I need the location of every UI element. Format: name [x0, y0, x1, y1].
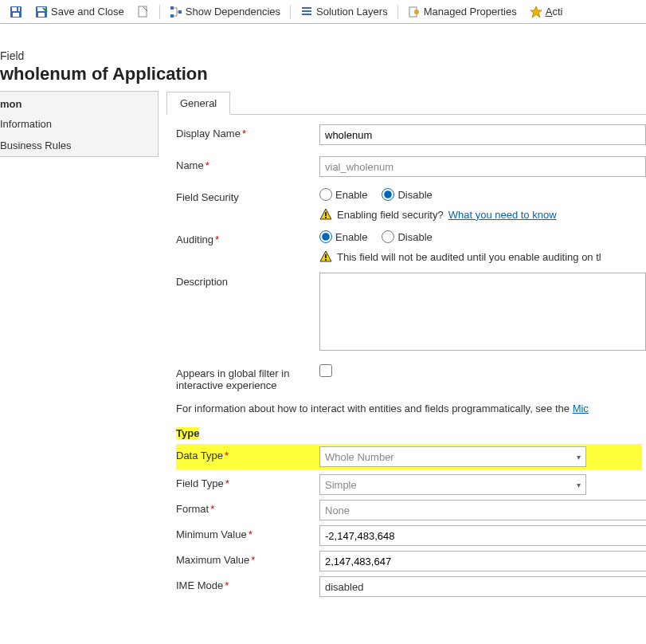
- field-security-help-link[interactable]: What you need to know: [448, 209, 557, 221]
- format-label: Format*: [176, 500, 319, 515]
- svg-rect-22: [325, 259, 327, 261]
- sidebar-item-information[interactable]: Information: [0, 113, 158, 135]
- svg-rect-19: [325, 217, 327, 218]
- svg-rect-11: [178, 10, 182, 14]
- sdk-info-text: For information about how to interact wi…: [176, 402, 646, 414]
- ime-mode-label: IME Mode*: [176, 576, 319, 591]
- layers-icon: [300, 6, 313, 18]
- svg-rect-18: [325, 212, 327, 216]
- svg-rect-12: [302, 7, 311, 9]
- toolbar: Save and Close Show Dependencies Solutio…: [0, 0, 646, 24]
- save-button-icon-only[interactable]: [5, 4, 27, 20]
- solution-layers-label: Solution Layers: [316, 6, 388, 18]
- ime-mode-select[interactable]: disabled: [319, 576, 646, 597]
- svg-rect-10: [170, 14, 174, 18]
- managed-properties-label: Managed Properties: [424, 6, 517, 18]
- properties-icon: [408, 6, 421, 18]
- toolbar-separator: [397, 5, 398, 19]
- page-icon: [137, 6, 150, 18]
- data-type-label: Data Type*: [176, 446, 319, 461]
- max-value-input[interactable]: [319, 551, 646, 571]
- name-label: Name*: [176, 156, 319, 171]
- auditing-label: Auditing*: [176, 230, 319, 245]
- save-close-icon: [35, 6, 48, 18]
- global-filter-checkbox[interactable]: [319, 364, 332, 377]
- svg-rect-13: [302, 10, 311, 12]
- svg-rect-21: [325, 254, 327, 258]
- description-input[interactable]: [319, 273, 646, 351]
- field-security-enable[interactable]: Enable: [319, 188, 367, 201]
- svg-rect-14: [302, 14, 311, 15]
- svg-marker-16: [531, 6, 542, 18]
- show-dependencies-label: Show Dependencies: [186, 6, 280, 18]
- sdk-info-link[interactable]: Mic: [573, 402, 589, 414]
- svg-rect-2: [13, 13, 19, 17]
- format-select[interactable]: None: [319, 500, 646, 520]
- field-security-warning: Enabling field security? What you need t…: [319, 208, 646, 221]
- actions-label: Acti: [546, 6, 563, 18]
- chevron-down-icon: ▾: [577, 481, 581, 489]
- min-value-input[interactable]: [319, 525, 646, 546]
- chevron-down-icon: ▾: [577, 453, 581, 461]
- save-and-close-button[interactable]: Save and Close: [30, 4, 129, 20]
- data-type-select[interactable]: Whole Number ▾: [319, 446, 586, 467]
- global-filter-label: Appears in global filter in interactive …: [176, 364, 319, 391]
- managed-properties-button[interactable]: Managed Properties: [403, 4, 522, 20]
- dependencies-icon: [170, 6, 182, 18]
- side-nav: mon Information Business Rules: [0, 91, 159, 157]
- min-value-label: Minimum Value*: [176, 525, 319, 540]
- svg-rect-6: [38, 13, 45, 17]
- auditing-disable[interactable]: Disable: [382, 230, 432, 243]
- tab-strip: General: [166, 91, 646, 115]
- svg-rect-9: [170, 6, 174, 10]
- actions-button[interactable]: Acti: [525, 4, 568, 20]
- sidebar-item-business-rules[interactable]: Business Rules: [0, 135, 158, 156]
- warning-icon: [319, 208, 332, 221]
- solution-layers-button[interactable]: Solution Layers: [296, 4, 393, 20]
- entity-kind: Field: [0, 49, 646, 62]
- svg-rect-1: [12, 7, 20, 11]
- auditing-warning: This field will not be audited until you…: [319, 250, 646, 263]
- field-security-disable[interactable]: Disable: [382, 188, 432, 201]
- undo-button[interactable]: [132, 4, 155, 20]
- svg-rect-3: [17, 7, 18, 11]
- field-type-select[interactable]: Simple ▾: [319, 474, 586, 495]
- field-security-label: Field Security: [176, 188, 319, 203]
- toolbar-separator: [159, 5, 160, 19]
- toolbar-separator: [290, 5, 291, 19]
- svg-rect-8: [139, 6, 147, 17]
- type-section-title: Type: [176, 427, 646, 439]
- max-value-label: Maximum Value*: [176, 551, 319, 566]
- field-type-label: Field Type*: [176, 474, 319, 489]
- save-icon: [10, 6, 22, 18]
- star-icon: [530, 6, 542, 18]
- name-input: [319, 156, 646, 177]
- side-nav-category: mon: [0, 92, 158, 113]
- warning-icon: [319, 250, 332, 263]
- description-label: Description: [176, 273, 319, 288]
- auditing-enable[interactable]: Enable: [319, 230, 367, 243]
- form-general: Display Name* Name* Field Security Enabl…: [166, 115, 646, 597]
- page-header: Field wholenum of Application: [0, 24, 646, 91]
- page-title: wholenum of Application: [0, 64, 646, 84]
- show-dependencies-button[interactable]: Show Dependencies: [165, 4, 285, 20]
- save-and-close-label: Save and Close: [51, 6, 124, 18]
- tab-general[interactable]: General: [166, 92, 230, 115]
- display-name-input[interactable]: [319, 124, 646, 145]
- display-name-label: Display Name*: [176, 124, 319, 139]
